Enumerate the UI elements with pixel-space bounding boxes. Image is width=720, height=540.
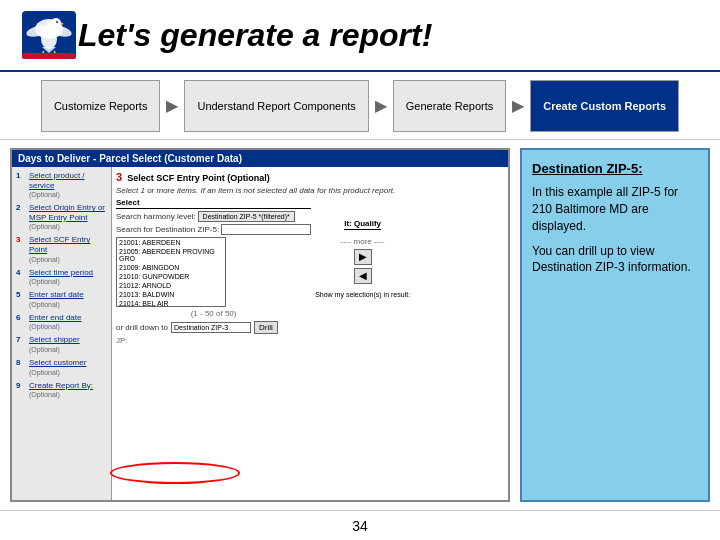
screenshot-area: Days to Deliver - Parcel Select (Custome…	[10, 148, 510, 502]
search-harmony-row: Search harmony level: Destination ZIP-5 …	[116, 211, 311, 222]
more-label: ---- more ----	[341, 237, 385, 246]
search-harmony-label: Search harmony level:	[116, 212, 196, 221]
callout-title: Destination ZIP-5:	[532, 160, 698, 178]
list-item[interactable]: 21013: BALDWIN	[117, 290, 225, 299]
arrow-1: ▶	[166, 96, 178, 115]
arrow-2: ▶	[375, 96, 387, 115]
select-column: Select Search harmony level: Destination…	[116, 198, 311, 318]
select-col-header: Select	[116, 198, 311, 209]
inner-jp-value: JP:	[116, 336, 504, 345]
inner-sidebar: 1 Select product / service(Optional) 2 S…	[12, 167, 112, 500]
sidebar-step-2: 2 Select Origin Entry or MSP Entry Point…	[16, 203, 107, 231]
usps-logo	[20, 9, 78, 61]
svg-rect-12	[22, 53, 76, 59]
drill-or-label: or drill down to	[116, 323, 168, 332]
sidebar-step-1: 1 Select product / service(Optional)	[16, 171, 107, 199]
zip-listbox[interactable]: 21001: ABERDEEN 21005: ABERDEEN PROVING …	[116, 237, 226, 307]
inner-instruction: Select 1 or more items. If an item is no…	[116, 186, 504, 195]
search-harmony-value: Destination ZIP-5 *(filtered)*	[198, 211, 295, 222]
show-selections-label: Show my selection(s) in result:	[315, 291, 410, 298]
inner-columns: Select Search harmony level: Destination…	[116, 198, 504, 318]
arrow-left-btn[interactable]: ◀	[354, 268, 372, 284]
sidebar-step-9: 9 Create Report By:(Optional)	[16, 381, 107, 400]
drill-zip3-input[interactable]	[171, 322, 251, 333]
callout-box: Destination ZIP-5: In this example all Z…	[520, 148, 710, 502]
list-item[interactable]: 21012: ARNOLD	[117, 281, 225, 290]
inner-main: 3 Select SCF Entry Point (Optional) Sele…	[112, 167, 508, 500]
arrow-right-btn[interactable]: ▶	[354, 249, 372, 265]
list-item[interactable]: 21005: ABERDEEN PROVING GRO	[117, 247, 225, 263]
page-footer: 34	[0, 510, 720, 540]
qualify-column: It: Qualify ---- more ---- ▶ ◀ Show my s…	[315, 198, 410, 318]
page-header: Let's generate a report!	[0, 0, 720, 72]
sidebar-step-5: 5 Enter start date(Optional)	[16, 290, 107, 309]
callout-para-2: You can drill up to view Destination ZIP…	[532, 243, 698, 277]
sidebar-step-6: 6 Enter end date(Optional)	[16, 313, 107, 332]
list-item[interactable]: 21010: GUNPOWDER	[117, 272, 225, 281]
inner-title-bar: Days to Deliver - Parcel Select (Custome…	[12, 150, 508, 167]
inner-step-header: 3 Select SCF Entry Point (Optional)	[116, 171, 504, 183]
qualify-col-header: It: Qualify	[344, 219, 381, 230]
arrow-3: ▶	[512, 96, 524, 115]
main-content: Days to Deliver - Parcel Select (Custome…	[0, 140, 720, 510]
sidebar-step-7: 7 Select shipper(Optional)	[16, 335, 107, 354]
sidebar-step-4: 4 Select time period(Optional)	[16, 268, 107, 287]
sidebar-step-8: 8 Select customer(Optional)	[16, 358, 107, 377]
step-customize[interactable]: Customize Reports	[41, 80, 161, 132]
count-label: (1 - 50 of 50)	[116, 309, 311, 318]
drill-button[interactable]: Drill	[254, 321, 278, 334]
sidebar-step-3: 3 Select SCF Entry Point(Optional)	[16, 235, 107, 263]
list-item[interactable]: 21009: ABINGDON	[117, 263, 225, 272]
step-understand[interactable]: Understand Report Components	[184, 80, 368, 132]
steps-navigation: Customize Reports ▶ Understand Report Co…	[0, 72, 720, 140]
svg-point-5	[56, 21, 58, 23]
callout-para-1: In this example all ZIP-5 for 210 Baltim…	[532, 184, 698, 234]
search-zip-input[interactable]	[221, 224, 311, 235]
step-custom[interactable]: Create Custom Reports	[530, 80, 679, 132]
list-item[interactable]: 21001: ABERDEEN	[117, 238, 225, 247]
page-number: 34	[352, 518, 368, 534]
search-zip-row: Search for Destination ZIP-5:	[116, 224, 311, 235]
svg-point-8	[41, 29, 57, 49]
list-item[interactable]: 21014: BEL AIR	[117, 299, 225, 307]
drill-row: or drill down to Drill	[116, 321, 504, 334]
search-zip-label: Search for Destination ZIP-5:	[116, 225, 219, 234]
page-title: Let's generate a report!	[78, 17, 432, 54]
step-generate[interactable]: Generate Reports	[393, 80, 506, 132]
